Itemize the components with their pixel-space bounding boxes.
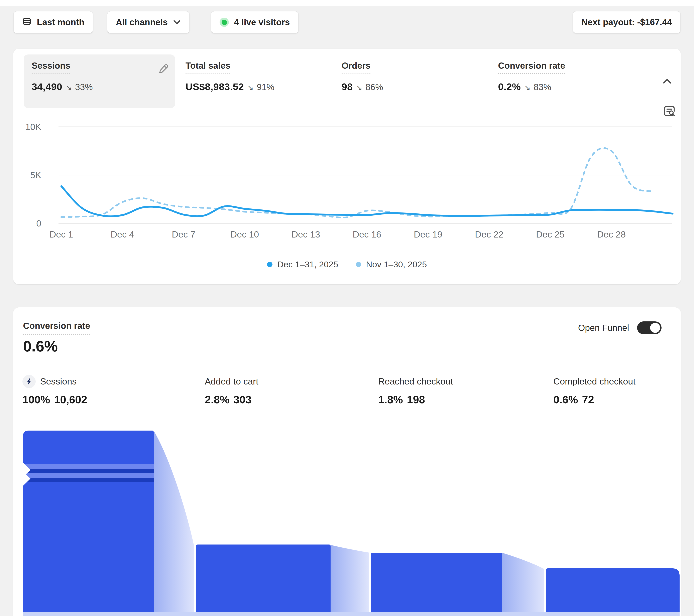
funnel-step-percent: 100%: [22, 393, 50, 406]
lightning-bolt-icon: [22, 375, 36, 388]
legend-item-current: Dec 1–31, 2025: [267, 260, 338, 269]
metric-title: Orders: [342, 61, 370, 74]
metric-title: Conversion rate: [498, 61, 565, 74]
funnel-step-percent: 2.8%: [205, 393, 230, 406]
legend-dot-comparison: [356, 262, 361, 267]
chevron-down-icon: [173, 17, 181, 27]
funnel-step-count: 10,602: [54, 393, 87, 406]
legend-label: Dec 1–31, 2025: [277, 260, 338, 269]
metric-value: 98: [342, 81, 353, 92]
edit-pencil-icon[interactable]: [158, 63, 169, 74]
live-status-icon: [220, 18, 229, 27]
search-report-icon[interactable]: [663, 105, 676, 117]
legend-dot-current: [267, 262, 272, 267]
funnel-step-completed-checkout: Completed checkout 0.6% 72: [553, 375, 636, 406]
trend-down-arrow-icon: ↘: [524, 83, 531, 92]
metric-title: Sessions: [32, 61, 70, 74]
metric-value: US$8,983.52: [185, 81, 244, 92]
legend-label: Nov 1–30, 2025: [366, 260, 427, 269]
live-visitors-button[interactable]: 4 live visitors: [211, 11, 299, 34]
trend-down-arrow-icon: ↘: [66, 83, 72, 92]
calendar-icon: [22, 16, 32, 28]
next-payout-label: Next payout: -$167.44: [581, 17, 672, 27]
open-funnel-label: Open Funnel: [578, 323, 629, 333]
funnel-step-count: 303: [233, 393, 252, 406]
funnel-step-label: Reached checkout: [378, 376, 453, 387]
channels-dropdown[interactable]: All channels: [107, 11, 190, 34]
trend-down-arrow-icon: ↘: [247, 83, 254, 92]
legend-item-comparison: Nov 1–30, 2025: [356, 260, 427, 269]
metric-value: 34,490: [32, 81, 62, 92]
channels-label: All channels: [116, 17, 168, 27]
trend-down-arrow-icon: ↘: [356, 83, 362, 92]
funnel-step-label: Completed checkout: [553, 376, 636, 387]
funnel-step-added-to-cart: Added to cart 2.8% 303: [205, 375, 258, 406]
collapse-chevron-up-icon[interactable]: [662, 77, 672, 85]
funnel-step-percent: 0.6%: [553, 393, 578, 406]
metric-change: 91%: [257, 82, 274, 92]
funnel-step-label: Added to cart: [205, 376, 258, 387]
conversion-rate-value: 0.6%: [23, 337, 58, 355]
window-top-strip: [0, 0, 694, 6]
metric-change: 83%: [534, 82, 551, 92]
date-range-label: Last month: [37, 17, 84, 27]
chart-legend: Dec 1–31, 2025 Nov 1–30, 2025: [13, 260, 681, 269]
funnel-step-count: 198: [407, 393, 425, 406]
funnel-card-title: Conversion rate: [23, 321, 90, 335]
funnel-step-percent: 1.8%: [378, 393, 403, 406]
metric-tab-sessions[interactable]: Sessions 34,490 ↘ 33%: [32, 61, 93, 92]
next-payout-button[interactable]: Next payout: -$167.44: [572, 11, 681, 34]
metric-value: 0.2%: [498, 81, 521, 92]
metric-change: 86%: [365, 82, 383, 92]
metric-tab-total-sales[interactable]: Total sales US$8,983.52 ↘ 91%: [185, 61, 274, 92]
metric-tab-orders[interactable]: Orders 98 ↘ 86%: [342, 61, 383, 92]
metric-change: 33%: [75, 82, 93, 92]
funnel-step-count: 72: [582, 393, 594, 406]
analytics-overview-card: Sessions 34,490 ↘ 33% Total sales US$8,9…: [13, 49, 681, 284]
metric-title: Total sales: [185, 61, 231, 74]
funnel-step-label: Sessions: [40, 376, 77, 387]
open-funnel-toggle[interactable]: [637, 321, 661, 334]
metric-tab-conversion-rate[interactable]: Conversion rate 0.2% ↘ 83%: [498, 61, 565, 92]
conversion-funnel-card: Conversion rate 0.6% Open Funnel Session…: [13, 307, 681, 616]
funnel-step-reached-checkout: Reached checkout 1.8% 198: [378, 375, 453, 406]
live-visitors-label: 4 live visitors: [234, 17, 290, 27]
funnel-step-sessions: Sessions 100% 10,602: [22, 375, 87, 406]
date-range-button[interactable]: Last month: [13, 11, 93, 34]
